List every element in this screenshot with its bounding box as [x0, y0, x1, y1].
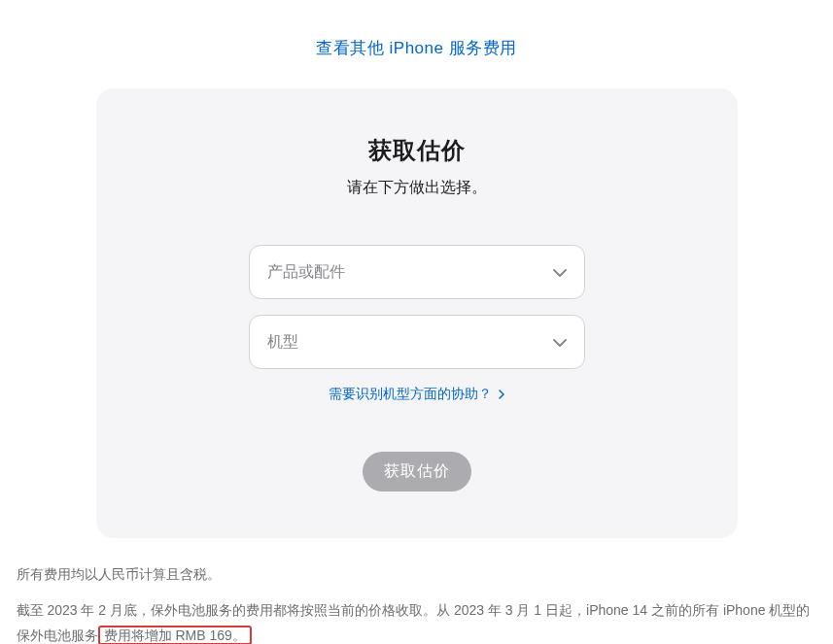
model-select-wrapper: 机型 [249, 315, 585, 369]
footer-note-1: 所有费用均以人民币计算且含税。 [17, 561, 817, 588]
help-identify-link[interactable]: 需要识别机型方面的协助？ [135, 385, 699, 403]
model-select-placeholder: 机型 [267, 332, 567, 353]
help-identify-link-text[interactable]: 需要识别机型方面的协助？ [329, 386, 505, 401]
product-select-wrapper: 产品或配件 [249, 245, 585, 299]
footer-note-2: 截至 2023 年 2 月底，保外电池服务的费用都将按照当前的价格收取。从 20… [17, 597, 817, 644]
chevron-right-icon [499, 387, 504, 402]
view-other-services-link-text[interactable]: 查看其他 iPhone 服务费用 [316, 39, 516, 57]
card-subtitle: 请在下方做出选择。 [135, 178, 699, 198]
estimate-card: 获取估价 请在下方做出选择。 产品或配件 机型 [96, 88, 738, 538]
view-other-services-link[interactable]: 查看其他 iPhone 服务费用 [0, 37, 833, 59]
get-estimate-button[interactable]: 获取估价 [363, 452, 471, 491]
help-link-label: 需要识别机型方面的协助？ [329, 386, 492, 401]
price-increase-highlight: 费用将增加 RMB 169。 [98, 626, 252, 644]
card-title: 获取估价 [135, 135, 699, 166]
product-select-placeholder: 产品或配件 [267, 262, 567, 283]
product-select[interactable]: 产品或配件 [249, 245, 585, 299]
model-select[interactable]: 机型 [249, 315, 585, 369]
footer-notes: 所有费用均以人民币计算且含税。 截至 2023 年 2 月底，保外电池服务的费用… [11, 561, 823, 644]
